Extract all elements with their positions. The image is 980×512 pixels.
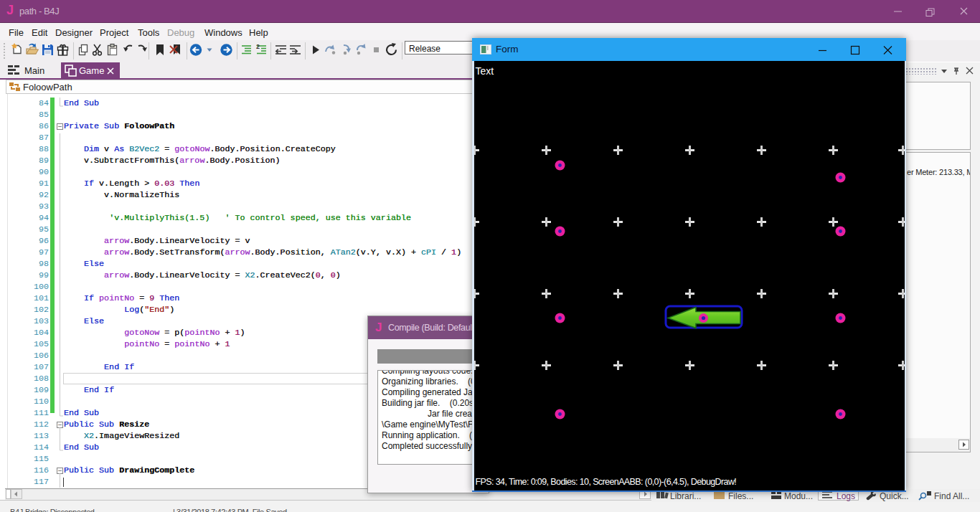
- svg-text:2: 2: [256, 43, 260, 50]
